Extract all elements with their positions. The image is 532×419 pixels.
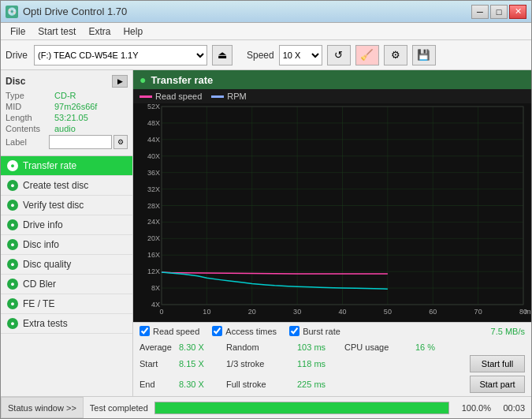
close-button[interactable]: ✕: [509, 5, 526, 19]
create-test-disc-icon: ●: [7, 180, 18, 191]
burst-rate-checkbox-text: Burst rate: [303, 327, 340, 336]
start-label: Start: [140, 359, 171, 368]
options-button[interactable]: ⚙: [384, 45, 407, 65]
nav-disc-info-label: Disc info: [23, 239, 59, 250]
end-label: End: [140, 380, 171, 389]
access-times-checkbox-text: Access times: [225, 327, 277, 336]
nav-drive-info[interactable]: ● Drive info: [1, 215, 132, 235]
progress-time: 00:03: [497, 403, 525, 413]
burst-rate-checkbox[interactable]: [289, 326, 299, 336]
read-speed-checkbox-label[interactable]: Read speed: [140, 326, 199, 336]
transfer-rate-icon: ●: [7, 160, 18, 171]
save-icon: 💾: [417, 49, 430, 61]
speed-select[interactable]: 10 XMax1 X2 X4 X8 X16 X24 X32 X40 X48 X5…: [279, 45, 322, 65]
nav-create-test-disc[interactable]: ● Create test disc: [1, 176, 132, 196]
label-input[interactable]: [49, 135, 112, 149]
sidebar: Disc ▶ Type CD-R MID 97m26s66f Length 53…: [1, 70, 133, 396]
start-full-button[interactable]: Start full: [470, 355, 525, 372]
full-stroke-val: 225 ms: [297, 380, 337, 389]
content-panel: ● Transfer rate Read speed RPM: [133, 70, 531, 396]
mid-key: MID: [6, 102, 54, 111]
status-window-button[interactable]: Status window >>: [1, 397, 84, 418]
disc-arrow-button[interactable]: ▶: [112, 75, 128, 88]
label-settings-button[interactable]: ⚙: [113, 135, 128, 149]
progress-bar: [154, 402, 449, 414]
nav-cd-bler-label: CD Bler: [23, 279, 56, 290]
maximize-button[interactable]: □: [490, 5, 508, 19]
read-speed-checkbox[interactable]: [140, 326, 150, 336]
legend-read-label: Read speed: [155, 92, 202, 101]
stat-row-average: Average 8.30 X Random 103 ms CPU usage 1…: [140, 341, 525, 354]
eject-button[interactable]: ⏏: [212, 45, 233, 65]
length-val: 53:21.05: [54, 113, 88, 122]
read-speed-checkbox-text: Read speed: [153, 327, 199, 336]
nav-fe-te[interactable]: ● FE / TE: [1, 294, 132, 314]
legend-rpm-color: [211, 95, 224, 98]
burst-rate-checkbox-label[interactable]: Burst rate: [289, 326, 340, 336]
nav-list: ● Transfer rate ● Create test disc ● Ver…: [1, 156, 132, 334]
disc-info-icon: ●: [7, 239, 18, 250]
average-val: 8.30 X: [179, 342, 218, 352]
nav-disc-quality[interactable]: ● Disc quality: [1, 255, 132, 275]
nav-disc-info[interactable]: ● Disc info: [1, 235, 132, 255]
legend-read-color: [140, 95, 152, 98]
drive-label: Drive: [6, 50, 28, 61]
nav-verify-test-disc[interactable]: ● Verify test disc: [1, 196, 132, 215]
refresh-icon: ↺: [334, 49, 343, 61]
drive-select[interactable]: (F:) TEAC CD-W54E 1.1Y: [34, 45, 207, 65]
window-controls: ─ □ ✕: [471, 5, 526, 19]
save-button[interactable]: 💾: [412, 45, 436, 65]
status-bar: Status window >> Test completed 100.0% 0…: [1, 396, 531, 418]
nav-transfer-rate-label: Transfer rate: [23, 160, 76, 171]
one-third-label: 1/3 stroke: [226, 359, 289, 368]
access-times-checkbox[interactable]: [212, 326, 222, 336]
average-label: Average: [140, 342, 171, 352]
fe-te-icon: ●: [7, 298, 18, 309]
burst-rate-value: 7.5 MB/s: [491, 327, 525, 336]
progress-percent: 100.0%: [456, 403, 491, 413]
app-icon: 💿: [6, 6, 18, 18]
refresh-button[interactable]: ↺: [327, 45, 351, 65]
menu-help[interactable]: Help: [117, 24, 149, 39]
nav-drive-info-label: Drive info: [23, 219, 63, 230]
access-times-checkbox-label[interactable]: Access times: [212, 326, 277, 336]
nav-extra-tests[interactable]: ● Extra tests: [1, 314, 132, 334]
cd-bler-icon: ●: [7, 279, 18, 290]
gear-icon: ⚙: [391, 49, 400, 61]
nav-create-test-disc-label: Create test disc: [23, 180, 88, 191]
stats-area: Average 8.30 X Random 103 ms CPU usage 1…: [133, 339, 531, 396]
chart-header: ● Transfer rate: [133, 70, 531, 89]
legend-read-speed: Read speed: [140, 92, 202, 101]
checkbox-row: Read speed Access times Burst rate 7.5 M…: [133, 322, 531, 339]
legend-rpm-label: RPM: [227, 92, 246, 101]
nav-cd-bler[interactable]: ● CD Bler: [1, 275, 132, 294]
nav-disc-quality-label: Disc quality: [23, 259, 71, 270]
type-key: Type: [6, 91, 54, 100]
progress-container: Test completed 100.0% 00:03: [84, 397, 531, 418]
title-bar: 💿 Opti Drive Control 1.70 ─ □ ✕: [1, 1, 531, 23]
menu-bar: File Start test Extra Help: [1, 23, 531, 40]
status-text: Test completed: [90, 403, 148, 413]
start-part-button[interactable]: Start part: [470, 376, 525, 393]
nav-extra-tests-label: Extra tests: [23, 318, 68, 329]
disc-section: Disc ▶ Type CD-R MID 97m26s66f Length 53…: [1, 70, 132, 156]
speed-label: Speed: [247, 50, 274, 61]
label-key: Label: [6, 137, 49, 147]
disc-quality-icon: ●: [7, 259, 18, 270]
clear-button[interactable]: 🧹: [355, 45, 379, 65]
menu-start-test[interactable]: Start test: [32, 24, 82, 39]
contents-val: audio: [54, 124, 76, 133]
cpu-usage-val: 16 %: [415, 342, 455, 352]
app-title: Opti Drive Control 1.70: [23, 6, 127, 17]
transfer-rate-chart: [133, 103, 531, 322]
verify-test-disc-icon: ●: [7, 200, 18, 211]
progress-bar-fill: [155, 402, 448, 413]
menu-extra[interactable]: Extra: [82, 24, 117, 39]
end-val: 8.30 X: [179, 380, 218, 389]
chart-header-icon: ●: [140, 73, 146, 86]
minimize-button[interactable]: ─: [471, 5, 489, 19]
menu-file[interactable]: File: [4, 24, 32, 39]
nav-transfer-rate[interactable]: ● Transfer rate: [1, 156, 132, 176]
nav-verify-test-disc-label: Verify test disc: [23, 200, 84, 211]
legend-rpm: RPM: [211, 92, 246, 101]
